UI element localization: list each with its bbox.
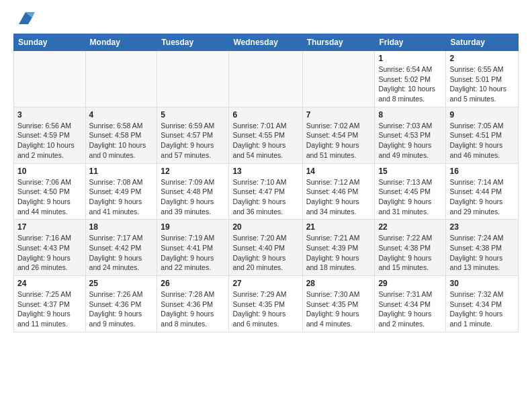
calendar-cell: 4Sunrise: 6:58 AM Sunset: 4:58 PM Daylig… [85, 107, 157, 163]
day-number: 3 [17, 110, 82, 120]
day-number: 5 [161, 110, 225, 120]
day-info: Sunrise: 7:09 AM Sunset: 4:48 PM Dayligh… [161, 177, 225, 217]
calendar-week-row: 1Sunrise: 6:54 AM Sunset: 5:02 PM Daylig… [14, 51, 519, 107]
calendar-cell: 3Sunrise: 6:56 AM Sunset: 4:59 PM Daylig… [14, 107, 86, 163]
day-info: Sunrise: 7:14 AM Sunset: 4:44 PM Dayligh… [449, 177, 515, 217]
calendar-cell: 11Sunrise: 7:08 AM Sunset: 4:49 PM Dayli… [85, 163, 157, 220]
day-number: 7 [306, 110, 371, 120]
header [13, 11, 519, 27]
day-number: 27 [232, 279, 298, 288]
day-number: 20 [232, 222, 298, 232]
day-number: 16 [449, 167, 515, 176]
calendar-cell: 5Sunrise: 6:59 AM Sunset: 4:57 PM Daylig… [157, 107, 229, 163]
day-number: 17 [17, 222, 82, 232]
day-info: Sunrise: 7:03 AM Sunset: 4:53 PM Dayligh… [378, 121, 442, 161]
calendar-cell: 20Sunrise: 7:20 AM Sunset: 4:40 PM Dayli… [229, 220, 302, 276]
calendar-cell: 17Sunrise: 7:16 AM Sunset: 4:43 PM Dayli… [14, 220, 86, 276]
day-number: 25 [89, 279, 154, 288]
day-number: 29 [378, 279, 442, 288]
calendar-cell: 22Sunrise: 7:22 AM Sunset: 4:38 PM Dayli… [375, 220, 446, 276]
day-info: Sunrise: 6:55 AM Sunset: 5:01 PM Dayligh… [449, 64, 515, 104]
day-info: Sunrise: 7:31 AM Sunset: 4:34 PM Dayligh… [378, 289, 442, 329]
day-number: 12 [161, 167, 225, 176]
calendar-cell: 8Sunrise: 7:03 AM Sunset: 4:53 PM Daylig… [375, 107, 446, 163]
logo [13, 11, 35, 27]
calendar-cell: 23Sunrise: 7:24 AM Sunset: 4:38 PM Dayli… [446, 220, 519, 276]
day-info: Sunrise: 7:32 AM Sunset: 4:34 PM Dayligh… [449, 289, 515, 329]
calendar-cell [302, 51, 375, 107]
calendar-cell: 30Sunrise: 7:32 AM Sunset: 4:34 PM Dayli… [446, 276, 519, 332]
calendar-cell [229, 51, 302, 107]
calendar-header-wednesday: Wednesday [229, 34, 302, 51]
calendar-header-saturday: Saturday [446, 34, 519, 51]
page: SundayMondayTuesdayWednesdayThursdayFrid… [0, 0, 532, 339]
day-info: Sunrise: 7:20 AM Sunset: 4:40 PM Dayligh… [232, 233, 298, 273]
day-number: 8 [378, 110, 442, 120]
day-info: Sunrise: 7:30 AM Sunset: 4:35 PM Dayligh… [306, 289, 371, 329]
day-number: 14 [306, 167, 371, 176]
day-info: Sunrise: 7:10 AM Sunset: 4:47 PM Dayligh… [232, 177, 298, 217]
calendar-cell: 19Sunrise: 7:19 AM Sunset: 4:41 PM Dayli… [157, 220, 229, 276]
calendar-cell: 16Sunrise: 7:14 AM Sunset: 4:44 PM Dayli… [446, 163, 519, 220]
calendar-cell: 28Sunrise: 7:30 AM Sunset: 4:35 PM Dayli… [302, 276, 375, 332]
day-info: Sunrise: 7:02 AM Sunset: 4:54 PM Dayligh… [306, 121, 371, 161]
calendar-cell: 26Sunrise: 7:28 AM Sunset: 4:36 PM Dayli… [157, 276, 229, 332]
calendar-cell: 10Sunrise: 7:06 AM Sunset: 4:50 PM Dayli… [14, 163, 86, 220]
calendar-cell: 7Sunrise: 7:02 AM Sunset: 4:54 PM Daylig… [302, 107, 375, 163]
calendar-cell: 25Sunrise: 7:26 AM Sunset: 4:36 PM Dayli… [85, 276, 157, 332]
day-info: Sunrise: 7:17 AM Sunset: 4:42 PM Dayligh… [89, 233, 154, 273]
day-number: 9 [449, 110, 515, 120]
day-info: Sunrise: 7:26 AM Sunset: 4:36 PM Dayligh… [89, 289, 154, 329]
calendar-cell: 18Sunrise: 7:17 AM Sunset: 4:42 PM Dayli… [85, 220, 157, 276]
calendar-header-sunday: Sunday [14, 34, 86, 51]
calendar-cell [85, 51, 157, 107]
day-number: 22 [378, 222, 442, 232]
day-number: 24 [17, 279, 82, 288]
day-info: Sunrise: 7:22 AM Sunset: 4:38 PM Dayligh… [378, 233, 442, 273]
day-number: 30 [449, 279, 515, 288]
day-info: Sunrise: 7:12 AM Sunset: 4:46 PM Dayligh… [306, 177, 371, 217]
calendar-cell: 12Sunrise: 7:09 AM Sunset: 4:48 PM Dayli… [157, 163, 229, 220]
day-number: 1 [378, 54, 442, 63]
day-info: Sunrise: 7:13 AM Sunset: 4:45 PM Dayligh… [378, 177, 442, 217]
calendar-cell: 1Sunrise: 6:54 AM Sunset: 5:02 PM Daylig… [375, 51, 446, 107]
day-info: Sunrise: 6:59 AM Sunset: 4:57 PM Dayligh… [161, 121, 225, 161]
day-info: Sunrise: 7:05 AM Sunset: 4:51 PM Dayligh… [449, 121, 515, 161]
calendar-week-row: 10Sunrise: 7:06 AM Sunset: 4:50 PM Dayli… [14, 163, 519, 220]
day-number: 23 [449, 222, 515, 232]
day-info: Sunrise: 7:08 AM Sunset: 4:49 PM Dayligh… [89, 177, 154, 217]
calendar-cell: 29Sunrise: 7:31 AM Sunset: 4:34 PM Dayli… [375, 276, 446, 332]
day-number: 26 [161, 279, 225, 288]
logo-icon [16, 8, 35, 27]
day-info: Sunrise: 7:01 AM Sunset: 4:55 PM Dayligh… [232, 121, 298, 161]
calendar-header-monday: Monday [85, 34, 157, 51]
calendar-cell: 27Sunrise: 7:29 AM Sunset: 4:35 PM Dayli… [229, 276, 302, 332]
calendar-cell: 6Sunrise: 7:01 AM Sunset: 4:55 PM Daylig… [229, 107, 302, 163]
day-number: 6 [232, 110, 298, 120]
day-info: Sunrise: 7:19 AM Sunset: 4:41 PM Dayligh… [161, 233, 225, 273]
day-info: Sunrise: 7:24 AM Sunset: 4:38 PM Dayligh… [449, 233, 515, 273]
calendar-cell: 24Sunrise: 7:25 AM Sunset: 4:37 PM Dayli… [14, 276, 86, 332]
day-number: 28 [306, 279, 371, 288]
calendar-cell [157, 51, 229, 107]
calendar-cell: 2Sunrise: 6:55 AM Sunset: 5:01 PM Daylig… [446, 51, 519, 107]
day-number: 11 [89, 167, 154, 176]
day-number: 4 [89, 110, 154, 120]
calendar-week-row: 24Sunrise: 7:25 AM Sunset: 4:37 PM Dayli… [14, 276, 519, 332]
day-number: 2 [449, 54, 515, 63]
day-number: 13 [232, 167, 298, 176]
calendar-cell: 21Sunrise: 7:21 AM Sunset: 4:39 PM Dayli… [302, 220, 375, 276]
calendar-header-thursday: Thursday [302, 34, 375, 51]
calendar-cell: 13Sunrise: 7:10 AM Sunset: 4:47 PM Dayli… [229, 163, 302, 220]
day-number: 18 [89, 222, 154, 232]
day-number: 15 [378, 167, 442, 176]
day-number: 21 [306, 222, 371, 232]
day-info: Sunrise: 7:16 AM Sunset: 4:43 PM Dayligh… [17, 233, 82, 273]
calendar-cell [14, 51, 86, 107]
calendar-week-row: 3Sunrise: 6:56 AM Sunset: 4:59 PM Daylig… [14, 107, 519, 163]
day-number: 10 [17, 167, 82, 176]
calendar-cell: 15Sunrise: 7:13 AM Sunset: 4:45 PM Dayli… [375, 163, 446, 220]
day-info: Sunrise: 7:25 AM Sunset: 4:37 PM Dayligh… [17, 289, 82, 329]
day-info: Sunrise: 6:54 AM Sunset: 5:02 PM Dayligh… [378, 64, 442, 104]
day-info: Sunrise: 7:28 AM Sunset: 4:36 PM Dayligh… [161, 289, 225, 329]
